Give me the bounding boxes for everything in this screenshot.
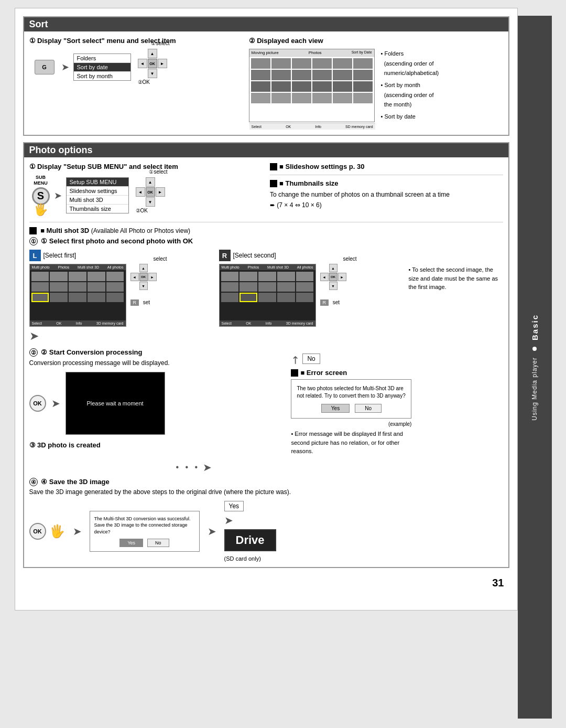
no-label: No: [302, 354, 320, 364]
sort-menu-item-folders: Folders: [74, 54, 130, 63]
thumbnails-title: ■ Thumbnails size: [270, 179, 503, 187]
s-button: S: [32, 187, 50, 205]
sort-bullets: • Folders (ascending order of numeric/al…: [381, 49, 439, 122]
l-box: L: [29, 250, 41, 261]
first-thumb-grid: Multi photoPhotosMulti shot 3DAll photos: [29, 264, 126, 327]
sort-header: Sort: [24, 17, 508, 31]
sort-arrow1: ➤: [61, 61, 69, 73]
select-second-block: R [Select second] Multi photoPhotosMulti…: [219, 250, 401, 327]
multi-step4-title: ④ ④ Save the 3D image: [29, 478, 503, 486]
sort-ok-label: ②OK: [138, 79, 167, 85]
thumbnails-body: To change the number of photos on a thum…: [270, 190, 503, 199]
select-first-block: L [Select first] Multi photoPhotosMulti …: [29, 250, 211, 343]
right-sidebar: Basic Using Media player: [518, 16, 552, 719]
error-screen-box: The two photos selected for Multi-Shot 3…: [291, 379, 411, 419]
page-number: 31: [23, 574, 509, 589]
photo-options-section: Photo options ① Display "Setup SUB MENU"…: [23, 142, 509, 568]
sort-menu-item-date: Sort by date: [74, 63, 130, 72]
photo-menu-box: Setup SUB MENU Slideshow settings Multi …: [66, 177, 129, 213]
error-note: • Error message will be displayed If fir…: [291, 430, 411, 456]
sidebar-using-label: Using Media player: [531, 357, 538, 421]
ok-button-step4: OK: [29, 523, 46, 540]
sidebar-basic-label: Basic: [530, 314, 539, 340]
multi-step2-title: ② ② Start Conversion processing: [29, 348, 284, 357]
error-yes-btn[interactable]: Yes: [321, 404, 350, 413]
multi-step4: ④ ④ Save the 3D image Save the 3D image …: [29, 478, 503, 562]
multi-step4-body: Save the 3D image generated by the above…: [29, 488, 503, 496]
error-screen-body: The two photos selected for Multi-Shot 3…: [297, 385, 406, 400]
second-thumb-grid: Multi photoPhotosMulti shot 3DAll photos: [219, 264, 316, 327]
save-no-btn[interactable]: No: [147, 539, 169, 547]
multi-step1-title: ① ① Select first photo and second photo …: [29, 237, 503, 245]
ok-button-step2: OK: [29, 395, 46, 412]
multi-step3-title: ③ 3D photo is created: [29, 441, 284, 449]
multi-shot-title: ■ Multi shot 3D (Available All Photo or …: [29, 227, 503, 235]
multi-step2-body: Conversion processing message will be di…: [29, 359, 284, 367]
sort-step2-title: ② Displayed each view: [249, 37, 503, 45]
drive-label: Drive: [224, 529, 276, 551]
photo-arrow1: ➤: [54, 190, 62, 201]
sort-screen-mockup: Moving picturePhotosSort by Date Selec: [249, 49, 375, 122]
multi-step2: ② ② Start Conversion processing Conversi…: [29, 348, 284, 449]
sort-section: Sort ① Display "Sort select" menu and se…: [23, 16, 509, 136]
save-dialog: The Multi-Shot 3D conversion was success…: [90, 511, 200, 552]
error-caption: (example): [291, 421, 411, 427]
save-dialog-body: The Multi-Shot 3D conversion was success…: [94, 516, 195, 536]
processing-screen: Please wait a moment: [66, 372, 165, 435]
yes-label: Yes: [224, 501, 244, 511]
to-select-note: • To select the second image, the size a…: [409, 250, 503, 292]
sort-step1: ① Display "Sort select" menu and select …: [29, 37, 241, 130]
select-second-label: [Select second]: [233, 252, 276, 259]
r-box: R: [219, 250, 231, 261]
hand-icon-step4: 🖐: [49, 524, 65, 539]
photo-right-col: ■ Slideshow settings p. 30 ■ Thumbnails …: [270, 163, 503, 217]
sort-select-label: ①select: [151, 40, 169, 46]
thumbnails-formula: ➨ (7 × 4 ⇔ 10 × 6): [270, 201, 503, 209]
error-screen-title: ■ Error screen: [291, 369, 347, 377]
error-section: ↗ No ■ Error screen The two photos selec…: [291, 348, 503, 456]
sort-step1-title: ① Display "Sort select" menu and select …: [29, 37, 241, 45]
photo-step1-title: ① Display "Setup SUB MENU" and select it…: [29, 163, 263, 170]
sort-menu-box: Folders Sort by date Sort by month: [73, 53, 131, 81]
sd-card-label: (SD card only): [224, 555, 261, 562]
sort-step2: ② Displayed each view Moving picturePhot…: [249, 37, 503, 130]
slideshow-title: ■ Slideshow settings p. 30: [270, 163, 503, 170]
sort-menu-item-month: Sort by month: [74, 72, 130, 80]
sidebar-dot: [532, 347, 537, 351]
photo-step1: ① Display "Setup SUB MENU" and select it…: [29, 163, 263, 217]
select-first-label: [Select first]: [43, 252, 77, 259]
error-no-btn[interactable]: No: [355, 404, 382, 413]
hand-icon: 🖐: [34, 203, 48, 217]
photo-options-header: Photo options: [24, 143, 508, 157]
save-yes-btn[interactable]: Yes: [119, 539, 143, 547]
